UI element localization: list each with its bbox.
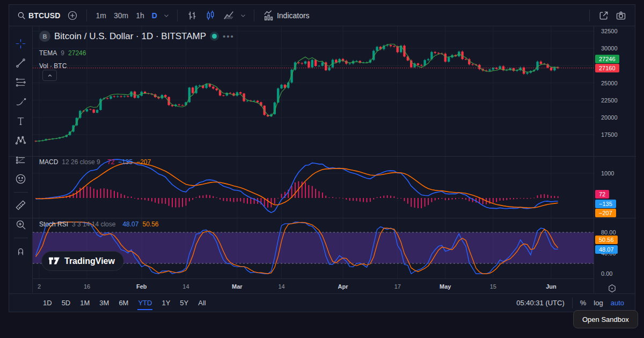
percent-scale-button[interactable]: % [580, 299, 587, 307]
chevron-down-icon [163, 12, 170, 19]
stoch-legend[interactable]: Stoch RSI 3 3 14 14 close 48.07 50.56 [39, 221, 159, 228]
bars-style-button[interactable] [183, 8, 201, 23]
tema-param: 9 [61, 49, 64, 57]
bottom-toolbar: 1D5D1M3M6MYTD1Y5YAll 05:40:31 (UTC) % lo… [9, 293, 635, 312]
stoch-axis-label: 0.00 [601, 270, 612, 277]
style-dropdown-button[interactable] [238, 8, 248, 23]
macd-legend[interactable]: MACD 12 26 close 9 72 −135 −207 [39, 158, 151, 166]
volume-legend[interactable]: Vol · BTC [39, 62, 67, 70]
clock[interactable]: 05:40:31 (UTC) [516, 299, 565, 307]
text-tool-button[interactable] [12, 112, 30, 130]
interval-button-1m[interactable]: 1m [92, 11, 110, 20]
tema-legend[interactable]: TEMA 9 27246 [39, 49, 86, 57]
chart-canvas[interactable] [33, 26, 594, 278]
time-tick-Mar[interactable]: Mar [232, 283, 243, 290]
macd-params: 12 26 close 9 [62, 158, 100, 166]
open-sandbox-button[interactable]: Open Sandbox [573, 310, 638, 328]
forecast-tool-button[interactable] [12, 150, 30, 168]
macd-badge-−207: −207 [595, 209, 616, 217]
range-button-3m[interactable]: 3M [96, 298, 113, 308]
indicators-button[interactable]: Indicators [260, 8, 313, 23]
emoji-icon [14, 173, 27, 185]
magnet-tool-button[interactable] [12, 241, 30, 260]
market-status-icon[interactable] [212, 34, 217, 39]
price-axis-label: 17500 [601, 131, 618, 138]
trend-line-tool-button[interactable] [12, 54, 30, 72]
time-tick-May[interactable]: May [440, 283, 451, 290]
price-badge-27160: 27160 [595, 64, 619, 72]
toolbar-separator [254, 10, 254, 21]
time-tick-14[interactable]: 14 [182, 283, 189, 290]
symbol-logo: B [39, 31, 50, 42]
hexagon-settings-icon [608, 284, 617, 293]
crosshair-tool-button[interactable] [12, 34, 30, 53]
emoji-tool-button[interactable] [12, 170, 30, 188]
ruler-tool-button[interactable] [12, 196, 30, 214]
time-tick-Apr[interactable]: Apr [338, 283, 348, 290]
fib-retracement-tool-button[interactable] [12, 73, 30, 91]
pane-separator[interactable] [9, 156, 636, 157]
toolbar-separator [177, 10, 178, 21]
chart-plot-area[interactable] [33, 26, 594, 278]
time-tick-17[interactable]: 17 [394, 283, 401, 290]
zoom-in-icon [14, 218, 27, 231]
tema-line [36, 44, 558, 141]
symbol-search-button[interactable]: BTCUSD [13, 8, 64, 23]
legend-more-button[interactable]: ••• [223, 32, 235, 41]
range-button-all[interactable]: All [194, 298, 209, 308]
tool-divider [14, 192, 28, 193]
fib-retracement-icon [14, 76, 27, 89]
expand-pane-button[interactable] [42, 70, 57, 81]
time-tick-14[interactable]: 14 [278, 283, 284, 290]
tradingview-logo[interactable]: TradingView [41, 251, 124, 271]
time-tick-2[interactable]: 2 [38, 283, 41, 290]
axis-settings-button[interactable] [604, 282, 620, 294]
candles-style-button[interactable] [201, 8, 219, 23]
xabcd-pattern-tool-button[interactable] [12, 131, 30, 149]
time-tick-16[interactable]: 16 [84, 283, 90, 290]
range-button-1d[interactable]: 1D [39, 298, 56, 308]
price-axis-label: 20000 [601, 114, 618, 121]
price-axis[interactable]: 3250030000250002250020000175002724627160… [594, 26, 636, 293]
screenshot-button[interactable] [612, 8, 630, 23]
open-in-new-icon [598, 10, 609, 21]
macd-badge-−135: −135 [595, 200, 616, 208]
symbol-legend[interactable]: B Bitcoin / U.S. Dollar · 1D · BITSTAMP … [39, 31, 235, 42]
interval-dropdown-button[interactable] [161, 8, 172, 23]
time-tick-Jun[interactable]: Jun [546, 283, 557, 290]
date-range-group: 1D5D1M3M6MYTD1Y5YAll [39, 298, 210, 308]
auto-scale-button[interactable]: auto [611, 299, 624, 307]
interval-button-1h[interactable]: 1h [132, 11, 148, 20]
search-icon [17, 11, 26, 20]
range-button-1m[interactable]: 1M [76, 298, 93, 308]
magnet-icon [14, 245, 27, 257]
pane-separator[interactable] [9, 218, 636, 218]
camera-icon [616, 10, 626, 21]
compare-add-button[interactable] [64, 8, 81, 23]
range-button-5d[interactable]: 5D [58, 298, 75, 308]
range-button-5y[interactable]: 5Y [176, 298, 192, 308]
range-button-1y[interactable]: 1Y [158, 298, 174, 308]
brush-tool-button[interactable] [12, 92, 30, 111]
interval-group: 1m30m1hD [92, 11, 161, 20]
range-button-6m[interactable]: 6M [115, 298, 132, 308]
interval-button-D[interactable]: D [148, 11, 161, 20]
toolbar-separator [86, 10, 87, 21]
bottom-separator [572, 298, 573, 308]
time-tick-15[interactable]: 15 [490, 283, 496, 290]
time-axis[interactable]: 216Feb14Mar14Apr17May15Jun [33, 278, 594, 294]
chevron-down-icon [239, 12, 247, 19]
time-tick-Feb[interactable]: Feb [136, 283, 147, 290]
open-in-new-window-button[interactable] [595, 8, 612, 23]
price-axis-label: 32500 [601, 28, 618, 34]
stoch-params: 3 3 14 14 close [72, 221, 115, 228]
stoch-label: Stoch RSI [39, 221, 68, 228]
stoch-d-value: 50.56 [142, 221, 158, 228]
range-button-ytd[interactable]: YTD [134, 298, 156, 308]
tool-divider [14, 238, 28, 238]
price-axis-label: 30000 [601, 45, 618, 52]
macd-label: MACD [39, 158, 58, 166]
area-style-button[interactable] [219, 8, 238, 23]
log-scale-button[interactable]: log [594, 299, 603, 307]
interval-button-30m[interactable]: 30m [110, 11, 132, 20]
